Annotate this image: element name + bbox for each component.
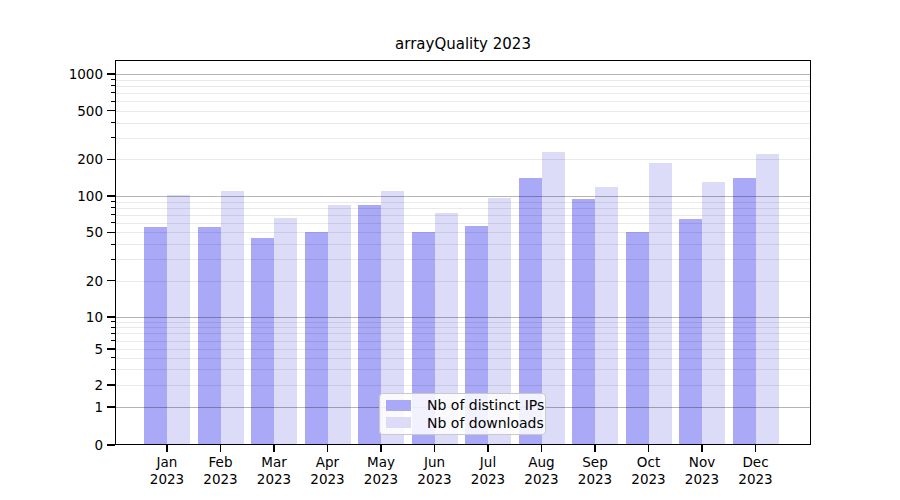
y-minor-tick-mark [111, 357, 115, 358]
minor-gridline [116, 123, 810, 124]
bar-distinct-ips [305, 232, 328, 445]
x-tick-mark [220, 445, 221, 452]
y-minor-tick-mark [111, 280, 115, 281]
y-minor-tick-mark [111, 244, 115, 245]
minor-gridline [116, 80, 810, 81]
y-tick-label: 1 [38, 398, 103, 416]
x-tick-label: Aug 2023 [510, 454, 574, 488]
y-minor-tick-mark [111, 85, 115, 86]
x-tick-mark [166, 445, 167, 452]
x-tick-mark [380, 445, 381, 452]
minor-gridline [116, 86, 810, 87]
y-minor-tick-mark [111, 333, 115, 334]
major-gridline [116, 317, 810, 318]
x-tick-label: Mar 2023 [242, 454, 306, 488]
bar-distinct-ips [198, 227, 221, 445]
x-tick-mark [434, 445, 435, 452]
x-tick-mark [755, 445, 756, 452]
minor-gridline [116, 232, 810, 233]
x-tick-label: Apr 2023 [296, 454, 360, 488]
bar-distinct-ips [144, 227, 167, 445]
bar-distinct-ips [626, 232, 649, 445]
bar-distinct-ips [251, 238, 274, 445]
x-tick-mark [701, 445, 702, 452]
bar-distinct-ips [358, 205, 381, 445]
y-minor-tick-mark [111, 159, 115, 160]
bar-downloads [274, 218, 297, 445]
y-minor-tick-mark [111, 222, 115, 223]
x-tick-label: Dec 2023 [724, 454, 788, 488]
minor-gridline [116, 93, 810, 94]
bar-distinct-ips [679, 219, 702, 445]
y-tick-mark [107, 110, 115, 111]
y-tick-label: 500 [38, 102, 103, 120]
y-minor-tick-mark [111, 340, 115, 341]
y-minor-tick-mark [111, 232, 115, 233]
y-tick-mark [107, 348, 115, 349]
x-tick-mark [487, 445, 488, 452]
bar-downloads [328, 205, 351, 445]
y-tick-mark [107, 384, 115, 385]
y-minor-tick-mark [111, 321, 115, 322]
y-tick-label: 200 [38, 150, 103, 168]
y-tick-label: 2 [38, 376, 103, 394]
y-minor-tick-mark [111, 349, 115, 350]
y-tick-mark [107, 195, 115, 196]
minor-gridline [116, 202, 810, 203]
bar-downloads [702, 182, 725, 445]
y-tick-label: 1000 [38, 65, 103, 83]
y-tick-label: 100 [38, 187, 103, 205]
x-tick-mark [541, 445, 542, 452]
download-stats-chart: arrayQuality 2023 0125102050100200500100… [0, 0, 900, 500]
minor-gridline [116, 101, 810, 102]
y-minor-tick-mark [111, 79, 115, 80]
chart-title: arrayQuality 2023 [115, 34, 811, 54]
minor-gridline [116, 327, 810, 328]
minor-gridline [116, 208, 810, 209]
major-gridline [116, 196, 810, 197]
bar-downloads [756, 154, 779, 445]
y-minor-tick-mark [111, 137, 115, 138]
y-tick-label: 20 [38, 272, 103, 290]
y-minor-tick-mark [111, 92, 115, 93]
legend-item-distinct-ips: Nb of distinct IPs [386, 397, 541, 413]
minor-gridline [116, 333, 810, 334]
legend-swatch-distinct-ips [386, 400, 411, 411]
y-tick-label: 0 [38, 436, 103, 454]
minor-gridline [116, 159, 810, 160]
x-tick-label: Oct 2023 [617, 454, 681, 488]
minor-gridline [116, 223, 810, 224]
minor-gridline [116, 244, 810, 245]
y-minor-tick-mark [111, 201, 115, 202]
minor-gridline [116, 369, 810, 370]
minor-gridline [116, 215, 810, 216]
y-minor-tick-mark [111, 110, 115, 111]
x-tick-label: Jun 2023 [403, 454, 467, 488]
x-tick-label: Jan 2023 [135, 454, 199, 488]
x-tick-mark [648, 445, 649, 452]
y-tick-label: 10 [38, 308, 103, 326]
bar-distinct-ips [733, 178, 756, 445]
legend-label-downloads: Nb of downloads [427, 415, 544, 431]
y-tick-mark [107, 280, 115, 281]
y-tick-label: 50 [38, 223, 103, 241]
x-tick-label: Nov 2023 [670, 454, 734, 488]
y-tick-mark [107, 232, 115, 233]
y-minor-tick-mark [111, 214, 115, 215]
y-minor-tick-mark [111, 101, 115, 102]
minor-gridline [116, 349, 810, 350]
minor-gridline [116, 385, 810, 386]
bar-downloads [221, 191, 244, 445]
y-tick-mark [107, 316, 115, 317]
y-tick-mark [107, 444, 115, 445]
y-tick-mark [107, 73, 115, 74]
x-tick-mark [594, 445, 595, 452]
y-minor-tick-mark [111, 122, 115, 123]
x-tick-mark [273, 445, 274, 452]
minor-gridline [116, 358, 810, 359]
x-tick-label: Feb 2023 [189, 454, 253, 488]
legend-swatch-downloads [386, 417, 411, 428]
minor-gridline [116, 138, 810, 139]
y-tick-label: 5 [38, 340, 103, 358]
major-gridline [116, 74, 810, 75]
